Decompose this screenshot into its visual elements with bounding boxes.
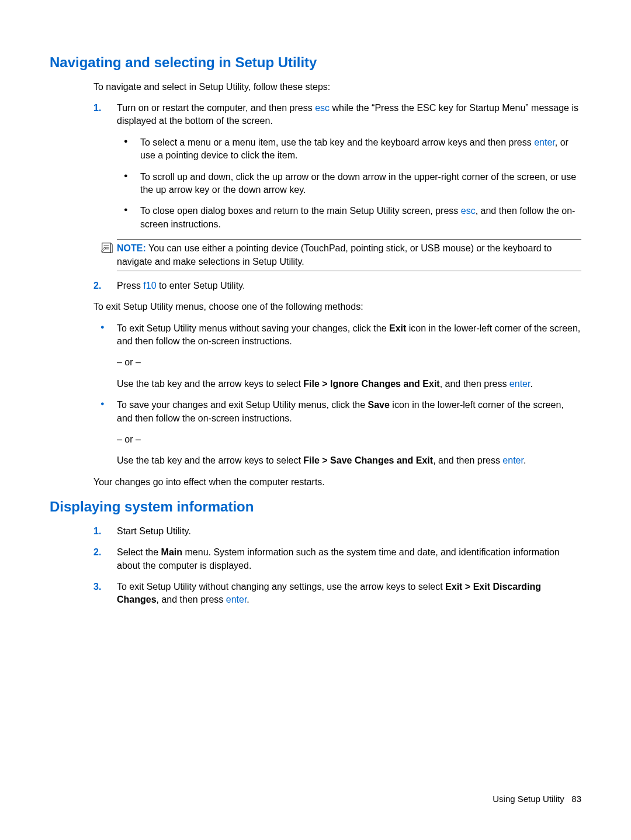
sub-bullet: To close open dialog boxes and return to…	[117, 205, 581, 231]
step-text: , and then press	[157, 594, 226, 604]
section-heading-navigating: Navigating and selecting in Setup Utilit…	[50, 53, 581, 72]
step-text: Start Setup Utility.	[117, 526, 191, 536]
intro-text: To navigate and select in Setup Utility,…	[93, 81, 581, 94]
key-enter: enter	[534, 137, 555, 147]
note-text: You can use either a pointing device (To…	[117, 243, 552, 266]
text-run: Use the tab key and the arrow keys to se…	[117, 455, 303, 465]
step-number: 1.	[93, 525, 101, 538]
text-run: .	[523, 455, 526, 465]
sub-bullet-list: To select a menu or a menu item, use the…	[117, 136, 581, 231]
bullet-text: To select a menu or a menu item, use the…	[140, 137, 534, 147]
step-text: Turn on or restart the computer, and the…	[117, 103, 315, 113]
step-3: 3. To exit Setup Utility without changin…	[93, 580, 581, 607]
step-number: 2.	[93, 546, 101, 559]
key-f10: f10	[143, 281, 156, 291]
sub-bullet: To scroll up and down, click the up arro…	[117, 171, 581, 197]
bold-text: Main	[161, 547, 182, 557]
step-number: 3.	[93, 580, 101, 593]
note-icon	[100, 241, 113, 254]
bold-text: Exit	[389, 323, 406, 333]
key-esc: esc	[461, 206, 476, 216]
step-text: Select the	[117, 547, 161, 557]
footer-title: Using Setup Utility	[493, 794, 564, 804]
note-label: NOTE:	[117, 243, 146, 253]
sub-bullet: To select a menu or a menu item, use the…	[117, 136, 581, 163]
step-1: 1. Start Setup Utility.	[93, 525, 581, 538]
step-text: menu. System information such as the sys…	[117, 547, 560, 570]
or-text: – or –	[117, 433, 581, 446]
key-enter: enter	[226, 594, 247, 604]
bullet-text-2: Use the tab key and the arrow keys to se…	[117, 378, 581, 390]
note-box: NOTE: You can use either a pointing devi…	[117, 239, 581, 271]
step-text: Press	[117, 281, 143, 291]
bullet-text: To close open dialog boxes and return to…	[140, 206, 461, 216]
step-2: 2. Press f10 to enter Setup Utility.	[93, 279, 581, 292]
step-text: To exit Setup Utility without changing a…	[117, 582, 445, 592]
bullet-text-2: Use the tab key and the arrow keys to se…	[117, 454, 581, 467]
step-2: 2. Select the Main menu. System informat…	[93, 546, 581, 572]
text-run: , and then press	[433, 455, 502, 465]
bullet-text: To exit Setup Utility menus without savi…	[117, 323, 389, 333]
step-number: 1.	[93, 102, 101, 115]
page-footer: Using Setup Utility 83	[493, 793, 581, 805]
text-run: , and then press	[440, 379, 509, 389]
text-run: .	[530, 379, 532, 389]
exit-bullet: To exit Setup Utility menus without savi…	[93, 322, 581, 391]
or-text: – or –	[117, 356, 581, 369]
text-run: Use the tab key and the arrow keys to se…	[117, 379, 303, 389]
step-text: to enter Setup Utility.	[157, 281, 245, 291]
steps-list-2: 1. Start Setup Utility. 2. Select the Ma…	[93, 525, 581, 607]
step-number: 2.	[93, 279, 101, 292]
exit-bullet-list: To exit Setup Utility menus without savi…	[93, 322, 581, 468]
exit-bullet: To save your changes and exit Setup Util…	[93, 399, 581, 468]
exit-outro: Your changes go into effect when the com…	[93, 476, 581, 489]
key-esc: esc	[315, 103, 330, 113]
key-enter: enter	[502, 455, 523, 465]
page-number: 83	[571, 794, 581, 804]
bold-text: File > Save Changes and Exit	[303, 455, 433, 465]
steps-list-cont: 2. Press f10 to enter Setup Utility.	[93, 279, 581, 292]
bullet-text: To save your changes and exit Setup Util…	[117, 400, 368, 410]
bold-text: Save	[368, 400, 390, 410]
exit-intro: To exit Setup Utility menus, choose one …	[93, 300, 581, 313]
step-text: .	[247, 594, 249, 604]
bullet-text: To scroll up and down, click the up arro…	[140, 172, 576, 195]
bold-text: File > Ignore Changes and Exit	[303, 379, 439, 389]
steps-list: 1. Turn on or restart the computer, and …	[93, 102, 581, 231]
key-enter: enter	[509, 379, 531, 389]
step-1: 1. Turn on or restart the computer, and …	[93, 102, 581, 231]
section-heading-displaying: Displaying system information	[50, 497, 581, 517]
